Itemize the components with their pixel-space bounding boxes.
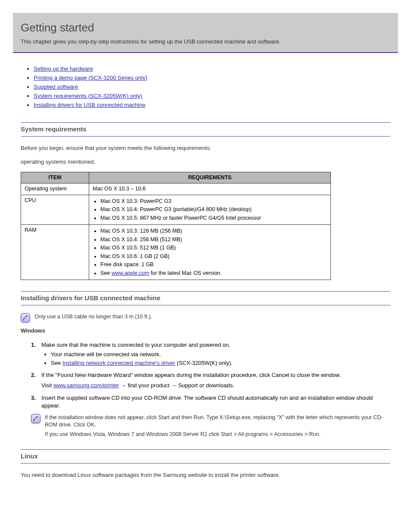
- samsung-link[interactable]: www.samsung.com/printer: [53, 382, 119, 389]
- note-run-dialog: If the installation window does not appe…: [31, 414, 390, 439]
- see-prefix: See: [100, 270, 110, 276]
- note-usb-length: Only use a USB cable no longer than 3 m …: [21, 313, 390, 323]
- ram-req-2: Mac OS X 10.5: 512 MB (1 GB): [100, 244, 327, 252]
- cpu-req-1: Mac OS X 10.4: PowerPC G3 (portable)/G4 …: [100, 206, 327, 214]
- requirements-table: ITEM REQUIREMENTS Operating system Mac O…: [21, 172, 331, 280]
- step-2: If the "Found New Hardware Wizard" windo…: [31, 371, 390, 389]
- cell-cpu-label: CPU: [21, 195, 89, 225]
- sysreq-os-suffix: operating systems mentioned.: [21, 158, 390, 166]
- section-body-sysreq: Before you begin, ensure that your syste…: [21, 144, 390, 280]
- visit-prefix: Visit: [41, 382, 52, 389]
- ram-req-see: See www.apple.com for the latest Mac OS …: [100, 270, 327, 277]
- note-icon: [31, 414, 40, 423]
- table-of-contents: Setting up the hardware Printing a demo …: [34, 65, 398, 109]
- install-steps: Make sure that the machine is connected …: [31, 341, 390, 410]
- note-icon: [21, 313, 30, 323]
- see-suffix: for the latest Mac OS version.: [151, 270, 222, 276]
- linux-intro: You need to download Linux software pack…: [21, 471, 390, 479]
- cell-ram-label: RAM: [21, 225, 89, 280]
- apple-link[interactable]: www.apple.com: [112, 270, 149, 276]
- section-title-linux: Linux: [21, 449, 390, 464]
- cell-os-reqs: Mac OS X 10.3 – 10.6: [89, 184, 331, 195]
- toc-link-software[interactable]: Supplied software: [34, 84, 78, 90]
- step-1-sub-1: See Installing network connected machine…: [51, 359, 390, 367]
- page-banner: Getting started This chapter gives you s…: [13, 13, 398, 53]
- windows-subheader: Windows: [21, 327, 390, 335]
- banner-subtitle: This chapter gives you step-by-step inst…: [21, 38, 390, 46]
- step-3-text: Insert the supplied software CD into you…: [41, 395, 373, 409]
- ram-req-0: Mac OS X 10.3: 128 MB (256 MB): [100, 227, 327, 235]
- section-title-install: Installing drivers for USB connected mac…: [21, 291, 390, 305]
- toc-link-sysreq[interactable]: System requirements (SCX-3205W(K) only): [34, 93, 142, 99]
- cell-os-label: Operating system: [21, 184, 89, 195]
- visit-suffix: → find your product → Support or downloa…: [121, 382, 234, 389]
- cell-cpu-reqs: Mac OS X 10.3: PowerPC G3 Mac OS X 10.4:…: [89, 195, 331, 225]
- table-header-item: ITEM: [21, 172, 89, 184]
- table-header-req: REQUIREMENTS: [89, 172, 331, 184]
- ram-req-4: Free disk space: 1 GB: [100, 261, 327, 269]
- note-text-usb: Only use a USB cable no longer than 3 m …: [34, 313, 152, 321]
- section-body-linux: You need to download Linux software pack…: [21, 471, 390, 479]
- see-word: See: [51, 360, 61, 366]
- os-req-0: Mac OS X 10.3 – 10.6: [93, 186, 146, 192]
- ram-req-3: Mac OS X 10.6: 1 GB (2 GB): [100, 253, 327, 261]
- note-run-line1: If the installation window does not appe…: [45, 414, 390, 429]
- toc-link-install[interactable]: Installing drivers for USB connected mac…: [34, 102, 145, 108]
- section-title-sysreq: System requirements: [21, 122, 390, 137]
- sysreq-intro: Before you begin, ensure that your syste…: [21, 144, 390, 152]
- cpu-req-2: Mac OS X 10.5: 867 MHz or faster PowerPC…: [100, 215, 327, 222]
- banner-title: Getting started: [21, 20, 390, 35]
- step-1-text: Make sure that the machine is connected …: [41, 342, 230, 348]
- network-driver-link[interactable]: Installing network connected machine's d…: [62, 360, 175, 366]
- toc-link-hardware[interactable]: Setting up the hardware: [34, 65, 93, 72]
- ram-req-1: Mac OS X 10.4: 256 MB (512 MB): [100, 236, 327, 244]
- note-run-line2: If you use Windows Vista, Windows 7 and …: [45, 431, 390, 439]
- step-1-sub-0: Your machine will be connected via netwo…: [51, 351, 390, 358]
- step-1: Make sure that the machine is connected …: [31, 341, 390, 367]
- table-row: Operating system Mac OS X 10.3 – 10.6: [21, 184, 331, 195]
- step-3: Insert the supplied software CD into you…: [31, 394, 390, 410]
- section-body-install: Only use a USB cable no longer than 3 m …: [21, 313, 390, 438]
- table-row: RAM Mac OS X 10.3: 128 MB (256 MB) Mac O…: [21, 225, 331, 280]
- toc-link-demo[interactable]: Printing a demo page (SCX-3200 Series on…: [34, 75, 147, 81]
- cpu-req-0: Mac OS X 10.3: PowerPC G3: [100, 198, 327, 205]
- table-row: CPU Mac OS X 10.3: PowerPC G3 Mac OS X 1…: [21, 195, 331, 225]
- step-2-text: If the "Found New Hardware Wizard" windo…: [41, 372, 341, 378]
- note-text-run: If the installation window does not appe…: [45, 414, 390, 439]
- model-suffix: (SCX-3205W(K) only).: [177, 360, 232, 366]
- cell-ram-reqs: Mac OS X 10.3: 128 MB (256 MB) Mac OS X …: [89, 225, 331, 280]
